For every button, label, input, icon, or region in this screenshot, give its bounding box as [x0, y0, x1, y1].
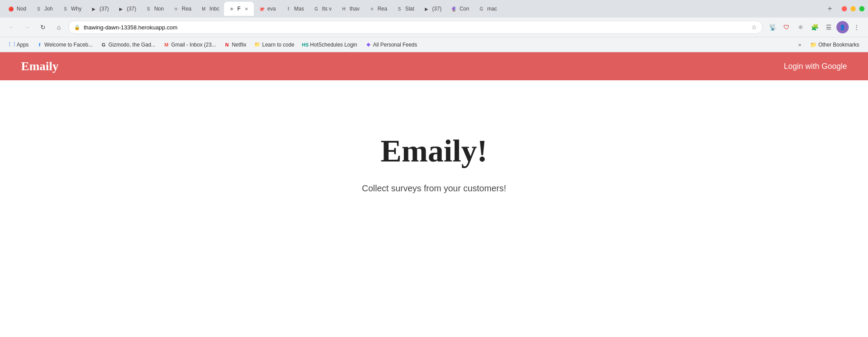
bookmark-favicon-gmail: M	[164, 42, 170, 48]
tab-label-con: Con	[459, 6, 469, 12]
tab-tha[interactable]: H thav	[336, 2, 364, 16]
tab-f[interactable]: ⚛ F ✕	[224, 2, 253, 16]
nav-actions: 📡 🛡 ⚛ 🧩 ☰ 👤 ⋮	[766, 21, 863, 33]
tab-favicon-non: S	[146, 6, 152, 12]
back-button[interactable]: ←	[5, 21, 18, 33]
tab-sla[interactable]: S Slat	[392, 2, 419, 16]
other-bookmarks[interactable]: 📁 Other Bookmarks	[807, 40, 863, 50]
other-bookmarks-label: Other Bookmarks	[818, 42, 859, 48]
hero-subtitle: Collect surveys from your customers!	[362, 183, 506, 194]
app-brand: Emaily	[21, 59, 59, 73]
forward-button[interactable]: →	[21, 21, 33, 33]
tab-mac[interactable]: G mac	[474, 2, 502, 16]
tab-rea2[interactable]: ⚛ Rea	[364, 2, 391, 16]
bookmark-star-icon[interactable]: ☆	[751, 24, 757, 31]
tab-favicon-inb: M	[201, 6, 207, 12]
bookmark-learn[interactable]: 📁 Learn to code	[251, 40, 298, 50]
tab-label-nod: Nod	[17, 6, 26, 12]
tab-label-inb: Inbc	[210, 6, 220, 12]
tab-con[interactable]: 🔮 Con	[446, 2, 473, 16]
tab-favicon-rea1: ⚛	[173, 6, 179, 12]
bookmark-label-gmail: Gmail - Inbox (23...	[171, 42, 216, 48]
tab-label-its: Its v	[322, 6, 331, 12]
url-text: thawing-dawn-13358.herokuapp.com	[84, 24, 748, 31]
tab-favicon-why: S	[62, 6, 68, 12]
cast-icon[interactable]: 📡	[766, 21, 779, 33]
tab-eva[interactable]: 🐙 eva	[254, 2, 281, 16]
tab-why[interactable]: S Why	[58, 2, 86, 16]
adblock-icon[interactable]: 🛡	[780, 21, 793, 33]
tab-inb[interactable]: M Inbc	[196, 2, 224, 16]
tab-label-tha: thav	[349, 6, 359, 12]
bookmark-favicon-learn: 📁	[254, 42, 260, 48]
address-bar[interactable]: 🔒 thawing-dawn-13358.herokuapp.com ☆	[68, 21, 763, 34]
tab-label-yt2: (37)	[127, 6, 136, 12]
hero-title: Emaily!	[381, 133, 487, 169]
bookmark-favicon-apps: ⋮⋮	[9, 42, 15, 48]
bookmark-allpersonal[interactable]: ◆ All Personal Feeds	[362, 40, 421, 50]
bookmark-welcome[interactable]: f Welcome to Faceb...	[33, 40, 96, 50]
bookmark-hotschedules[interactable]: HS HotSchedules Login	[299, 40, 360, 50]
profile-avatar[interactable]: 👤	[836, 21, 849, 33]
tab-favicon-rea2: ⚛	[369, 6, 375, 12]
tab-favicon-con: 🔮	[451, 6, 457, 12]
tab-label-joh: Joh	[44, 6, 53, 12]
tab-label-rea1: Rea	[182, 6, 192, 12]
tab-label-rea2: Rea	[377, 6, 387, 12]
bookmark-label-allpersonal: All Personal Feeds	[373, 42, 417, 48]
tab-favicon-its: G	[313, 6, 319, 12]
react-devtools-icon[interactable]: ⚛	[794, 21, 807, 33]
tab-favicon-mas: f	[285, 6, 292, 12]
customize-icon[interactable]: ☰	[822, 21, 835, 33]
bookmark-favicon-netflix: N	[224, 42, 230, 48]
window-maximize[interactable]	[859, 6, 864, 11]
bookmark-favicon-hotschedules: HS	[302, 42, 308, 48]
bookmarks-bar: ⋮⋮ Apps f Welcome to Faceb... G Gizmodo,…	[0, 37, 868, 52]
new-tab-button[interactable]: +	[824, 3, 836, 15]
bookmark-gizmodo[interactable]: G Gizmodo, the Gad...	[97, 40, 159, 50]
lock-icon: 🔒	[74, 25, 80, 30]
refresh-button[interactable]: ↻	[37, 21, 49, 33]
tab-label-mac: mac	[487, 6, 497, 12]
login-with-google-button[interactable]: Login with Google	[784, 62, 847, 71]
window-close[interactable]	[842, 6, 847, 11]
extensions-icon[interactable]: 🧩	[808, 21, 821, 33]
folder-icon: 📁	[810, 42, 817, 48]
bookmark-favicon-allpersonal: ◆	[365, 42, 371, 48]
tab-non[interactable]: S Non	[141, 2, 168, 16]
home-button[interactable]: ⌂	[53, 21, 65, 33]
bookmark-apps[interactable]: ⋮⋮ Apps	[5, 40, 32, 50]
bookmarks-more-button[interactable]: »	[795, 40, 805, 50]
bookmark-netflix[interactable]: N Netflix	[221, 40, 250, 50]
tab-favicon-f: ⚛	[228, 6, 235, 12]
tab-label-sla: Slat	[405, 6, 414, 12]
tab-mas[interactable]: f Mas	[281, 2, 309, 16]
tab-label-f: F	[237, 6, 240, 12]
bookmarks-more-label: »	[798, 42, 801, 48]
tab-label-why: Why	[71, 6, 82, 12]
tab-label-mas: Mas	[294, 6, 304, 12]
tab-favicon-yt1: ▶	[91, 6, 97, 12]
tab-yt1[interactable]: ▶ (37)	[86, 2, 113, 16]
window-minimize[interactable]	[850, 6, 856, 11]
app-hero: Emaily! Collect surveys from your custom…	[0, 80, 868, 229]
tab-rea1[interactable]: ⚛ Rea	[169, 2, 196, 16]
tab-yt2[interactable]: ▶ (37)	[114, 2, 140, 16]
more-menu-icon[interactable]: ⋮	[850, 21, 863, 33]
app-navbar: Emaily Login with Google	[0, 52, 868, 80]
bookmark-label-apps: Apps	[17, 42, 28, 48]
tab-nod[interactable]: 🔴 Nod	[4, 2, 31, 16]
app-content: Emaily Login with Google Emaily! Collect…	[0, 52, 868, 229]
tab-label-eva: eva	[267, 6, 276, 12]
tab-favicon-sla: S	[396, 6, 402, 12]
tab-close-f[interactable]: ✕	[243, 6, 249, 12]
bookmark-label-gizmodo: Gizmodo, the Gad...	[108, 42, 155, 48]
tab-label-yt1: (37)	[100, 6, 109, 12]
tab-yt3[interactable]: ▶ (37)	[419, 2, 446, 16]
tab-joh[interactable]: S Joh	[31, 2, 57, 16]
tab-favicon-mac: G	[478, 6, 484, 12]
tab-its[interactable]: G Its v	[309, 2, 336, 16]
tab-favicon-yt2: ▶	[118, 6, 124, 12]
bookmark-gmail[interactable]: M Gmail - Inbox (23...	[160, 40, 220, 50]
tab-label-yt3: (37)	[432, 6, 441, 12]
